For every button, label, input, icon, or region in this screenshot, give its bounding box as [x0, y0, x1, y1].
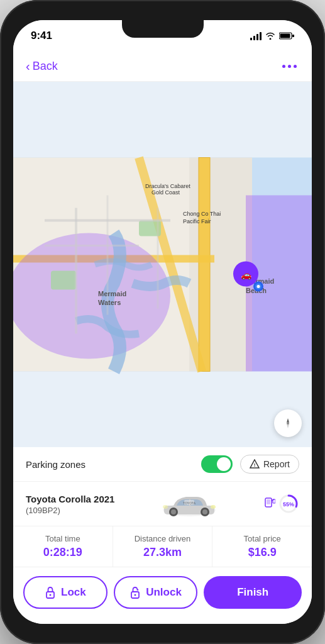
battery-icon	[279, 32, 294, 40]
phone-screen: 9:41	[13, 20, 312, 624]
nav-bar: ‹ Back	[13, 52, 312, 82]
stat-distance: Distance driven 27.3km	[113, 526, 213, 567]
lock-button[interactable]: Lock	[23, 576, 107, 609]
svg-point-55	[135, 594, 136, 596]
svg-text:Gold Coast: Gold Coast	[151, 189, 180, 196]
svg-text:🚗: 🚗	[241, 270, 252, 280]
svg-rect-46	[267, 499, 270, 504]
stat-price: Total price $16.9	[212, 526, 312, 567]
svg-rect-48	[273, 499, 275, 503]
total-time-label: Total time	[18, 534, 107, 543]
price-label: Total price	[218, 534, 307, 543]
warning-icon: !	[250, 459, 260, 469]
report-button[interactable]: ! Report	[240, 455, 299, 474]
lock-label: Lock	[61, 586, 86, 599]
unlock-icon	[129, 586, 141, 599]
finish-button[interactable]: Finish	[204, 576, 302, 609]
toggle-thumb	[217, 457, 231, 471]
back-chevron-icon: ‹	[26, 59, 30, 74]
status-icons	[250, 31, 294, 40]
parking-zones-toggle[interactable]	[201, 455, 233, 473]
svg-rect-12	[51, 271, 76, 290]
total-time-value: 0:28:19	[18, 546, 107, 559]
svg-point-53	[50, 594, 52, 596]
fuel-icon	[264, 497, 275, 511]
toggle-report-group: ! Report	[201, 455, 299, 474]
lock-icon	[45, 586, 56, 599]
distance-label: Distance driven	[118, 534, 207, 543]
svg-point-10	[13, 233, 170, 359]
svg-text:!: !	[254, 462, 256, 468]
parking-zones-row: Parking zones ! Report	[13, 447, 312, 482]
car-svg: TOYOTA	[158, 488, 221, 519]
fuel-indicator: 55%	[264, 493, 299, 514]
back-button[interactable]: ‹ Back	[26, 59, 58, 74]
compass-button[interactable]	[274, 409, 302, 437]
action-buttons: Lock Unlock Finish	[13, 567, 312, 624]
car-name: Toyota Corolla 2021	[26, 492, 114, 506]
distance-value: 27.3km	[118, 546, 207, 559]
svg-point-32	[257, 285, 260, 288]
back-label: Back	[33, 60, 58, 73]
more-options-button[interactable]	[280, 62, 299, 70]
fuel-arc-gauge: 55%	[278, 493, 299, 514]
car-info-row: Toyota Corolla 2021 (109BP2)	[13, 482, 312, 526]
bottom-panel: Parking zones ! Report	[13, 447, 312, 624]
dot-icon	[282, 65, 285, 68]
wifi-icon	[265, 32, 275, 40]
status-bar: 9:41	[13, 20, 312, 52]
finish-label: Finish	[237, 586, 268, 598]
car-details: Toyota Corolla 2021 (109BP2)	[26, 492, 114, 515]
car-plate: (109BP2)	[26, 506, 114, 515]
notch	[122, 20, 204, 38]
svg-rect-1	[280, 34, 290, 38]
svg-point-42	[163, 505, 168, 509]
stat-total-time: Total time 0:28:19	[13, 526, 113, 567]
phone-frame: 9:41	[0, 0, 325, 644]
stats-row: Total time 0:28:19 Distance driven 27.3k…	[13, 526, 312, 567]
svg-point-33	[287, 422, 289, 425]
svg-point-41	[211, 505, 216, 509]
parking-zones-label: Parking zones	[26, 459, 85, 470]
svg-rect-2	[292, 35, 294, 37]
price-value: $16.9	[218, 546, 307, 559]
svg-text:55%: 55%	[283, 501, 294, 508]
svg-point-40	[202, 509, 207, 514]
unlock-label: Unlock	[146, 586, 182, 599]
status-time: 9:41	[31, 30, 52, 42]
svg-text:Dracula's Cabaret: Dracula's Cabaret	[145, 183, 190, 189]
map-view[interactable]: Mermaid Waters Mermaid Beach Dracula's C…	[13, 82, 312, 447]
svg-text:Chong Co Thai: Chong Co Thai	[183, 211, 221, 217]
svg-text:Pacific Fair: Pacific Fair	[183, 218, 211, 225]
svg-point-38	[171, 509, 176, 514]
compass-icon	[282, 417, 294, 430]
report-label: Report	[263, 459, 290, 469]
map-svg: Mermaid Waters Mermaid Beach Dracula's C…	[13, 82, 312, 447]
car-image: TOYOTA	[158, 488, 221, 519]
signal-icon	[250, 31, 262, 40]
dot-icon	[288, 65, 291, 68]
car-make-model: Toyota Corolla 2021	[26, 494, 114, 504]
svg-text:TOYOTA: TOYOTA	[183, 501, 196, 505]
unlock-button[interactable]: Unlock	[114, 576, 198, 609]
svg-text:Mermaid: Mermaid	[98, 290, 126, 297]
dot-icon	[294, 65, 297, 68]
svg-rect-6	[199, 158, 210, 372]
svg-text:Waters: Waters	[98, 299, 121, 306]
